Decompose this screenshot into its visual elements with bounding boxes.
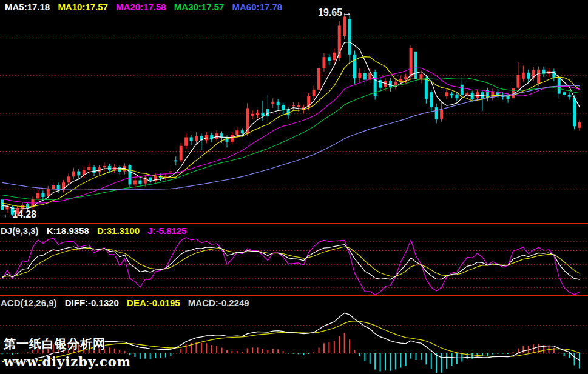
- kdj-lines-layer: [2, 238, 580, 295]
- site-watermark: 第一纸白银分析网 www.diyizby.com: [4, 336, 131, 369]
- trading-chart-window: MA5:17.18 MA10:17.57 MA20:17.58 MA30:17.…: [0, 0, 588, 374]
- high-price-annotation: 19.65→: [318, 7, 352, 18]
- macd-indicator-header: ACD(12,26,9) DIFF:-0.1320 DEA:-0.0195 MA…: [1, 298, 255, 308]
- kdj-k-value: K:18.9358: [47, 225, 89, 236]
- macd-dea-value: DEA:-0.0195: [127, 298, 180, 308]
- kdj-indicator-header: DJ(9,3,3) K:18.9358 D:31.3100 J:-5.8125: [1, 225, 192, 236]
- kdj-j-value: J:-5.8125: [147, 225, 186, 236]
- candlestick-layer: [1, 13, 581, 216]
- chart-svg: [0, 0, 588, 374]
- ma5-value: MA5:17.18: [5, 2, 50, 12]
- low-price-annotation: ←14.28: [2, 209, 36, 220]
- macd-title: ACD(12,26,9): [1, 298, 57, 308]
- price-gridlines: [0, 38, 588, 189]
- watermark-site-url: www.diyizby.com: [4, 354, 131, 369]
- macd-diff-value: DIFF:-0.1320: [65, 298, 119, 308]
- ma-indicator-header: MA5:17.18 MA10:17.57 MA20:17.58 MA30:17.…: [5, 2, 288, 12]
- ma60-value: MA60:17.78: [232, 2, 283, 12]
- ma20-value: MA20:17.58: [116, 2, 166, 12]
- watermark-site-name: 第一纸白银分析网: [4, 336, 131, 352]
- ma-lines-layer: [2, 42, 580, 209]
- macd-macd-value: MACD:-0.2249: [188, 298, 249, 308]
- ma30-value: MA30:17.57: [174, 2, 225, 12]
- kdj-title: DJ(9,3,3): [1, 225, 39, 236]
- chart-canvas[interactable]: [0, 0, 588, 374]
- kdj-d-value: D:31.3100: [97, 225, 140, 236]
- ma10-value: MA10:17.57: [58, 2, 108, 12]
